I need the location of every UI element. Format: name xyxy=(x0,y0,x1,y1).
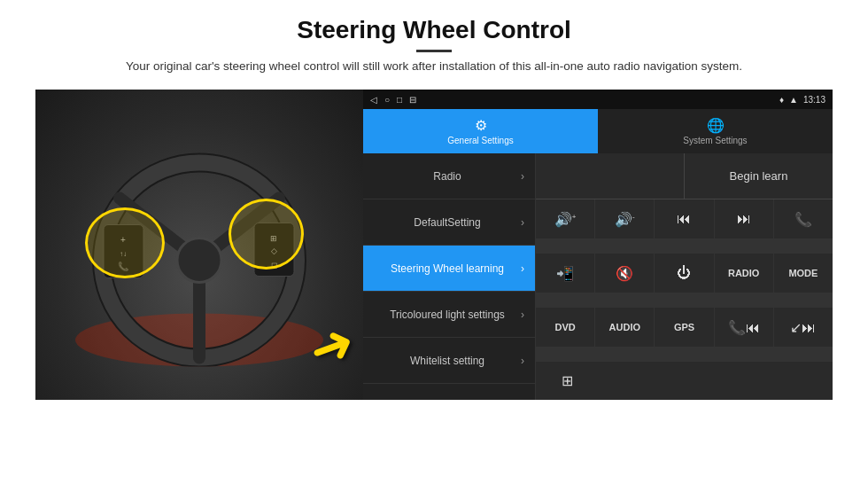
power-button[interactable]: ⏻ xyxy=(655,254,713,293)
android-ui: ◁ ○ □ ⊟ ♦ ▲ 13:13 ⚙ General Settings xyxy=(363,90,833,400)
recents-icon[interactable]: □ xyxy=(397,95,402,105)
dvd-button[interactable]: DVD xyxy=(536,308,594,347)
phone-icon: 📞 xyxy=(794,211,812,228)
power-icon: ⏻ xyxy=(677,265,691,281)
menu-icon[interactable]: ⊟ xyxy=(409,95,416,105)
gps-button[interactable]: GPS xyxy=(655,308,713,347)
location-icon: ♦ xyxy=(779,95,784,105)
mute-button[interactable]: 🔇 xyxy=(595,254,654,293)
menu-item-tricoloured[interactable]: Tricoloured light settings › xyxy=(363,292,535,338)
tab-system-settings[interactable]: 🌐 System Settings xyxy=(598,109,833,153)
empty-display-box xyxy=(536,153,685,199)
menu-white-label: Whitelist setting xyxy=(374,355,521,367)
top-row: Begin learn xyxy=(536,153,833,199)
svg-point-6 xyxy=(177,238,221,283)
right-panel: Begin learn 🔊+ 🔊- ⏮ xyxy=(536,153,833,400)
chevron-icon: › xyxy=(521,309,524,321)
wifi-icon: ▲ xyxy=(789,95,798,105)
gear-icon: ⚙ xyxy=(475,117,487,134)
prev-track-button[interactable]: ⏮ xyxy=(655,199,713,238)
title-divider xyxy=(416,50,452,52)
menu-steering-label: Steering Wheel learning xyxy=(374,262,521,275)
next-track-button[interactable]: ⏭ xyxy=(715,199,773,238)
steering-bg: + ↑↓ 📞 ⊞ ◇ ◻ ➜ xyxy=(35,90,363,400)
vol-down-icon: 🔊- xyxy=(615,211,635,228)
globe-icon: 🌐 xyxy=(707,117,725,134)
phone-next-button[interactable]: ↙⏭ xyxy=(774,308,833,347)
content-area: + ↑↓ 📞 ⊞ ◇ ◻ ➜ ◁ xyxy=(35,90,833,400)
vol-up-button[interactable]: 🔊+ xyxy=(536,199,594,238)
next-track-icon: ⏭ xyxy=(737,211,751,227)
menu-tri-label: Tricoloured light settings xyxy=(374,309,521,321)
title-section: Steering Wheel Control Your original car… xyxy=(35,16,833,84)
chevron-icon: › xyxy=(521,216,524,229)
menu-item-default[interactable]: DefaultSetting › xyxy=(363,199,535,246)
menu-item-radio[interactable]: Radio › xyxy=(363,153,535,199)
menu-list: Radio › DefaultSetting › Steering Wheel … xyxy=(363,153,536,400)
gps-label: GPS xyxy=(674,322,694,332)
back-icon[interactable]: ◁ xyxy=(370,95,377,105)
prev-track-icon: ⏮ xyxy=(677,211,691,227)
status-right: ♦ ▲ 13:13 xyxy=(779,95,825,105)
status-left: ◁ ○ □ ⊟ xyxy=(370,95,416,105)
tab-general-label: General Settings xyxy=(447,136,514,145)
menu-item-steering[interactable]: Steering Wheel learning › xyxy=(363,246,535,292)
tab-system-label: System Settings xyxy=(683,136,747,145)
subtitle: Your original car's steering wheel contr… xyxy=(35,58,833,75)
main-content: Radio › DefaultSetting › Steering Wheel … xyxy=(363,153,833,400)
time-display: 13:13 xyxy=(803,95,825,105)
answer-call-button[interactable]: 📲 xyxy=(536,254,594,293)
tab-general-settings[interactable]: ⚙ General Settings xyxy=(363,109,598,153)
home-icon[interactable]: ○ xyxy=(384,95,390,105)
menu-default-label: DefaultSetting xyxy=(374,216,521,229)
phone-prev-button[interactable]: 📞⏮ xyxy=(715,308,773,347)
bottom-row: ⊞ xyxy=(536,361,833,400)
chevron-icon: › xyxy=(521,262,524,275)
highlight-circle-left xyxy=(85,207,165,278)
page-container: Steering Wheel Control Your original car… xyxy=(0,0,868,500)
mode-label: MODE xyxy=(788,268,818,278)
chevron-icon: › xyxy=(521,355,524,367)
page-title: Steering Wheel Control xyxy=(35,16,833,44)
highlight-circle-right xyxy=(229,199,304,270)
menu-grid-button[interactable]: ⊞ xyxy=(545,364,589,398)
radio-button[interactable]: RADIO xyxy=(715,254,773,293)
phone-prev-icon: 📞⏮ xyxy=(728,319,760,336)
phone-button[interactable]: 📞 xyxy=(774,199,833,238)
audio-button[interactable]: AUDIO xyxy=(595,308,654,347)
chevron-icon: › xyxy=(521,170,524,183)
answer-icon: 📲 xyxy=(556,265,574,282)
grid-icon: ⊞ xyxy=(562,372,573,389)
begin-learn-button[interactable]: Begin learn xyxy=(685,153,833,199)
steering-image: + ↑↓ 📞 ⊞ ◇ ◻ ➜ xyxy=(35,90,363,400)
status-bar: ◁ ○ □ ⊟ ♦ ▲ 13:13 xyxy=(363,90,833,109)
mode-button[interactable]: MODE xyxy=(774,254,833,293)
vol-down-button[interactable]: 🔊- xyxy=(595,199,654,238)
phone-next-icon: ↙⏭ xyxy=(790,319,816,336)
mute-icon: 🔇 xyxy=(616,265,633,282)
audio-label: AUDIO xyxy=(609,322,640,332)
arrow-icon: ➜ xyxy=(302,315,362,379)
vol-up-icon: 🔊+ xyxy=(554,211,577,228)
button-grid: 🔊+ 🔊- ⏮ ⏭ 📞 xyxy=(536,199,833,361)
menu-radio-label: Radio xyxy=(374,170,521,183)
dvd-label: DVD xyxy=(554,322,575,332)
radio-label: RADIO xyxy=(728,268,759,278)
tab-bar: ⚙ General Settings 🌐 System Settings xyxy=(363,109,833,153)
menu-item-whitelist[interactable]: Whitelist setting › xyxy=(363,338,535,384)
